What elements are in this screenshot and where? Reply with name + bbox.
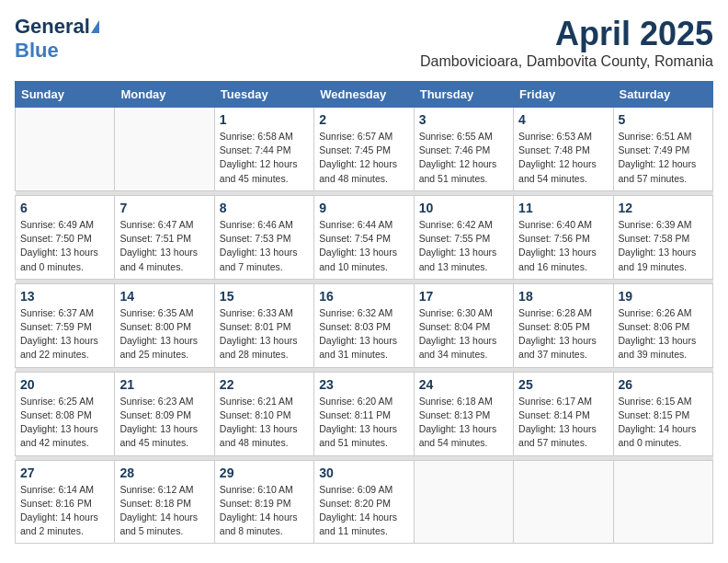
day-detail: Sunrise: 6:28 AM Sunset: 8:05 PM Dayligh… [518, 306, 608, 362]
calendar-cell: 25Sunrise: 6:17 AM Sunset: 8:14 PM Dayli… [514, 372, 613, 455]
calendar-cell: 9Sunrise: 6:44 AM Sunset: 7:54 PM Daylig… [314, 195, 414, 279]
day-detail: Sunrise: 6:09 AM Sunset: 8:20 PM Dayligh… [319, 483, 408, 539]
day-number: 7 [119, 201, 209, 215]
day-number: 12 [619, 201, 708, 215]
calendar-cell [115, 108, 214, 191]
day-of-week-header: Saturday [613, 82, 712, 108]
calendar-cell: 21Sunrise: 6:23 AM Sunset: 8:09 PM Dayli… [115, 372, 214, 455]
calendar-cell [16, 108, 115, 191]
logo-general: General [15, 15, 90, 39]
day-detail: Sunrise: 6:25 AM Sunset: 8:08 PM Dayligh… [20, 395, 109, 451]
day-number: 2 [319, 112, 408, 127]
month-title: April 2025 [420, 15, 713, 53]
day-number: 1 [220, 112, 309, 127]
day-of-week-header: Friday [514, 82, 613, 108]
day-detail: Sunrise: 6:17 AM Sunset: 8:14 PM Dayligh… [518, 395, 608, 451]
day-number: 11 [518, 201, 608, 215]
day-number: 19 [619, 289, 708, 304]
calendar-cell: 18Sunrise: 6:28 AM Sunset: 8:05 PM Dayli… [514, 283, 613, 367]
calendar-cell: 28Sunrise: 6:12 AM Sunset: 8:18 PM Dayli… [115, 460, 214, 544]
calendar-cell [514, 460, 613, 544]
day-number: 26 [619, 377, 708, 392]
day-number: 23 [319, 377, 408, 392]
day-detail: Sunrise: 6:35 AM Sunset: 8:00 PM Dayligh… [119, 306, 209, 362]
day-detail: Sunrise: 6:26 AM Sunset: 8:06 PM Dayligh… [619, 306, 708, 362]
day-of-week-header: Tuesday [214, 82, 313, 108]
calendar-week-row: 27Sunrise: 6:14 AM Sunset: 8:16 PM Dayli… [16, 460, 713, 544]
calendar-cell: 17Sunrise: 6:30 AM Sunset: 8:04 PM Dayli… [414, 283, 513, 367]
day-number: 17 [419, 289, 508, 304]
day-detail: Sunrise: 6:23 AM Sunset: 8:09 PM Dayligh… [119, 395, 209, 451]
calendar-week-row: 6Sunrise: 6:49 AM Sunset: 7:50 PM Daylig… [16, 195, 713, 279]
day-detail: Sunrise: 6:37 AM Sunset: 7:59 PM Dayligh… [20, 306, 109, 362]
day-of-week-header: Sunday [16, 82, 115, 108]
day-number: 15 [220, 289, 309, 304]
day-detail: Sunrise: 6:30 AM Sunset: 8:04 PM Dayligh… [419, 306, 508, 362]
calendar-cell: 19Sunrise: 6:26 AM Sunset: 8:06 PM Dayli… [613, 283, 712, 367]
day-number: 9 [319, 201, 408, 215]
day-detail: Sunrise: 6:15 AM Sunset: 8:15 PM Dayligh… [619, 395, 708, 451]
day-detail: Sunrise: 6:49 AM Sunset: 7:50 PM Dayligh… [20, 218, 109, 274]
header: General Blue April 2025 Dambovicioara, D… [15, 15, 713, 70]
calendar-week-row: 20Sunrise: 6:25 AM Sunset: 8:08 PM Dayli… [16, 372, 713, 455]
calendar-cell: 7Sunrise: 6:47 AM Sunset: 7:51 PM Daylig… [115, 195, 214, 279]
day-detail: Sunrise: 6:39 AM Sunset: 7:58 PM Dayligh… [619, 218, 708, 274]
day-detail: Sunrise: 6:12 AM Sunset: 8:18 PM Dayligh… [119, 483, 209, 539]
day-detail: Sunrise: 6:51 AM Sunset: 7:49 PM Dayligh… [619, 130, 708, 186]
calendar-cell [414, 460, 513, 544]
calendar-week-row: 13Sunrise: 6:37 AM Sunset: 7:59 PM Dayli… [16, 283, 713, 367]
calendar: SundayMondayTuesdayWednesdayThursdayFrid… [15, 81, 713, 544]
day-detail: Sunrise: 6:46 AM Sunset: 7:53 PM Dayligh… [220, 218, 309, 274]
day-of-week-header: Wednesday [314, 82, 414, 108]
logo-blue: Blue [15, 39, 59, 62]
calendar-cell: 4Sunrise: 6:53 AM Sunset: 7:48 PM Daylig… [514, 108, 613, 191]
day-detail: Sunrise: 6:40 AM Sunset: 7:56 PM Dayligh… [518, 218, 608, 274]
calendar-cell: 16Sunrise: 6:32 AM Sunset: 8:03 PM Dayli… [314, 283, 414, 367]
calendar-week-row: 1Sunrise: 6:58 AM Sunset: 7:44 PM Daylig… [16, 108, 713, 191]
calendar-cell: 20Sunrise: 6:25 AM Sunset: 8:08 PM Dayli… [16, 372, 115, 455]
day-number: 25 [518, 377, 608, 392]
day-number: 5 [619, 112, 708, 127]
day-detail: Sunrise: 6:32 AM Sunset: 8:03 PM Dayligh… [319, 306, 408, 362]
calendar-cell: 11Sunrise: 6:40 AM Sunset: 7:56 PM Dayli… [514, 195, 613, 279]
day-detail: Sunrise: 6:42 AM Sunset: 7:55 PM Dayligh… [419, 218, 508, 274]
day-number: 18 [518, 289, 608, 304]
day-detail: Sunrise: 6:18 AM Sunset: 8:13 PM Dayligh… [419, 395, 508, 451]
calendar-header-row: SundayMondayTuesdayWednesdayThursdayFrid… [16, 82, 713, 108]
day-number: 24 [419, 377, 508, 392]
day-number: 20 [20, 377, 109, 392]
calendar-cell: 15Sunrise: 6:33 AM Sunset: 8:01 PM Dayli… [214, 283, 313, 367]
day-detail: Sunrise: 6:20 AM Sunset: 8:11 PM Dayligh… [319, 395, 408, 451]
calendar-cell: 8Sunrise: 6:46 AM Sunset: 7:53 PM Daylig… [214, 195, 313, 279]
calendar-cell: 23Sunrise: 6:20 AM Sunset: 8:11 PM Dayli… [314, 372, 414, 455]
day-detail: Sunrise: 6:53 AM Sunset: 7:48 PM Dayligh… [518, 130, 608, 186]
logo: General Blue [15, 15, 99, 63]
day-number: 14 [119, 289, 209, 304]
calendar-cell: 12Sunrise: 6:39 AM Sunset: 7:58 PM Dayli… [613, 195, 712, 279]
title-area: April 2025 Dambovicioara, Dambovita Coun… [420, 15, 713, 70]
logo-triangle-icon [91, 20, 99, 33]
day-number: 28 [119, 465, 209, 480]
day-number: 3 [419, 112, 508, 127]
calendar-cell: 22Sunrise: 6:21 AM Sunset: 8:10 PM Dayli… [214, 372, 313, 455]
day-detail: Sunrise: 6:47 AM Sunset: 7:51 PM Dayligh… [119, 218, 209, 274]
day-of-week-header: Monday [115, 82, 214, 108]
calendar-cell: 6Sunrise: 6:49 AM Sunset: 7:50 PM Daylig… [16, 195, 115, 279]
calendar-cell: 3Sunrise: 6:55 AM Sunset: 7:46 PM Daylig… [414, 108, 513, 191]
day-number: 21 [119, 377, 209, 392]
calendar-cell [613, 460, 712, 544]
day-number: 16 [319, 289, 408, 304]
day-number: 4 [518, 112, 608, 127]
calendar-cell: 26Sunrise: 6:15 AM Sunset: 8:15 PM Dayli… [613, 372, 712, 455]
calendar-cell: 29Sunrise: 6:10 AM Sunset: 8:19 PM Dayli… [214, 460, 313, 544]
calendar-cell: 13Sunrise: 6:37 AM Sunset: 7:59 PM Dayli… [16, 283, 115, 367]
day-detail: Sunrise: 6:10 AM Sunset: 8:19 PM Dayligh… [220, 483, 309, 539]
calendar-cell: 14Sunrise: 6:35 AM Sunset: 8:00 PM Dayli… [115, 283, 214, 367]
day-detail: Sunrise: 6:14 AM Sunset: 8:16 PM Dayligh… [20, 483, 109, 539]
day-number: 29 [220, 465, 309, 480]
calendar-cell: 5Sunrise: 6:51 AM Sunset: 7:49 PM Daylig… [613, 108, 712, 191]
day-number: 22 [220, 377, 309, 392]
calendar-cell: 10Sunrise: 6:42 AM Sunset: 7:55 PM Dayli… [414, 195, 513, 279]
location-title: Dambovicioara, Dambovita County, Romania [420, 53, 713, 70]
calendar-cell: 27Sunrise: 6:14 AM Sunset: 8:16 PM Dayli… [16, 460, 115, 544]
